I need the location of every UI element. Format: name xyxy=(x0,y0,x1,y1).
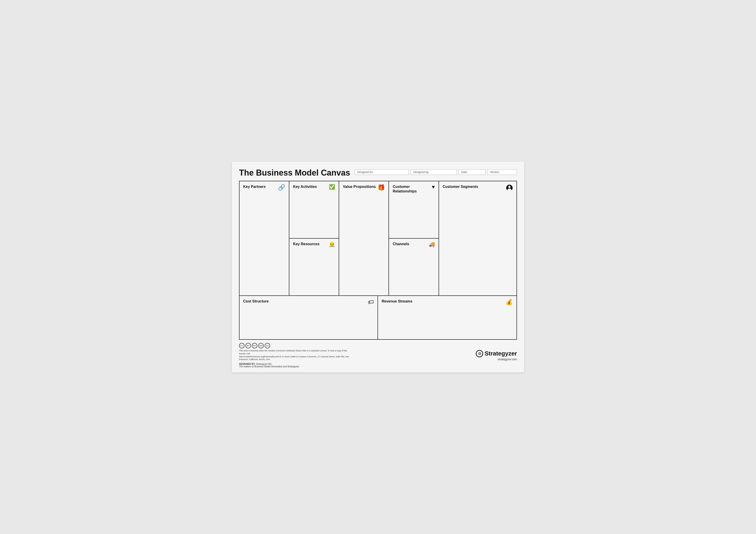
customer-segments-column: Customer Segments xyxy=(439,181,517,295)
channels-cell: Channels 🚚 xyxy=(389,239,438,295)
channels-header: Channels 🚚 xyxy=(392,242,435,247)
customer-relationships-icon: ♥ xyxy=(432,185,435,190)
tagline: The makers of Business Model Generation … xyxy=(239,365,299,368)
customer-relationships-header: Customer Relationships ♥ xyxy=(392,185,435,193)
version-field[interactable]: Version: xyxy=(487,169,517,175)
canvas-main-section: Key Partners 🔗 Key Activities ✅ xyxy=(239,181,517,296)
revenue-streams-header: Revenue Streams 💰 xyxy=(382,299,513,305)
key-partners-column: Key Partners 🔗 xyxy=(239,181,289,295)
strategyzer-url: strategyzer.com xyxy=(476,358,517,361)
page-title: The Business Model Canvas xyxy=(239,168,350,178)
key-activities-header: Key Activities ✅ xyxy=(293,185,335,190)
key-partners-title: Key Partners xyxy=(243,185,266,189)
key-resources-header: Key Resources 👷 xyxy=(293,242,335,247)
strategyzer-brand: Strategyzer xyxy=(484,350,517,357)
revenue-streams-cell: Revenue Streams 💰 xyxy=(378,296,517,339)
strategyzer-logo-icon: ⊙ xyxy=(476,350,483,357)
canvas-bottom-section: Cost Structure 🏷 Revenue Streams 💰 xyxy=(239,296,517,339)
customer-relationships-title: Customer Relationships xyxy=(392,185,432,193)
footer: CC BY NC ND SA This work is licensed und… xyxy=(239,343,517,368)
value-propositions-title: Value Propositions xyxy=(343,185,376,189)
customer-segments-cell: Customer Segments xyxy=(439,181,517,295)
customer-segments-header: Customer Segments xyxy=(443,185,513,192)
key-partners-header: Key Partners 🔗 xyxy=(243,185,285,191)
header: The Business Model Canvas Designed for: … xyxy=(239,168,517,178)
designed-for-field[interactable]: Designed for: xyxy=(355,169,409,175)
value-propositions-column: Value Propositions 🎁 xyxy=(339,181,389,295)
activities-resources-column: Key Activities ✅ Key Resources 👷 xyxy=(289,181,339,295)
value-propositions-icon: 🎁 xyxy=(378,185,385,191)
license-text: This work is licensed under the Creative… xyxy=(239,349,353,361)
page: The Business Model Canvas Designed for: … xyxy=(232,162,524,372)
channels-icon: 🚚 xyxy=(429,242,435,247)
customer-segments-title: Customer Segments xyxy=(443,185,478,189)
key-activities-title: Key Activities xyxy=(293,185,317,189)
key-activities-area: Key Activities ✅ xyxy=(289,181,339,239)
key-resources-icon: 👷 xyxy=(329,242,335,247)
version-label: Version: xyxy=(490,170,500,174)
key-partners-cell: Key Partners 🔗 xyxy=(239,181,289,295)
date-field[interactable]: Date: xyxy=(459,169,486,175)
key-resources-cell: Key Resources 👷 xyxy=(289,239,339,295)
key-activities-cell: Key Activities ✅ xyxy=(289,181,339,238)
revenue-streams-title: Revenue Streams xyxy=(382,299,412,303)
customer-segments-icon xyxy=(506,185,513,192)
header-fields: Designed for: Designed by: Date: Version… xyxy=(355,168,517,175)
key-resources-title: Key Resources xyxy=(293,242,319,246)
channels-title: Channels xyxy=(392,242,409,246)
by-icon: BY xyxy=(245,343,251,348)
revenue-streams-column: Revenue Streams 💰 xyxy=(378,296,517,339)
relationships-channels-column: Customer Relationships ♥ Channels 🚚 xyxy=(389,181,439,295)
footer-right: ⊙ Strategyzer strategyzer.com xyxy=(476,350,517,361)
customer-relationships-area: Customer Relationships ♥ xyxy=(389,181,438,239)
channels-area: Channels 🚚 xyxy=(389,239,438,295)
customer-relationships-cell: Customer Relationships ♥ xyxy=(389,181,438,238)
business-model-canvas: Key Partners 🔗 Key Activities ✅ xyxy=(239,181,517,340)
footer-left: CC BY NC ND SA This work is licensed und… xyxy=(239,343,353,368)
designed-by-label: Designed by: xyxy=(413,170,429,174)
designed-by-field[interactable]: Designed by: xyxy=(411,169,457,175)
nd-icon: ND xyxy=(258,343,264,348)
value-propositions-header: Value Propositions 🎁 xyxy=(343,185,385,191)
key-activities-icon: ✅ xyxy=(329,185,335,190)
footer-license-icons: CC BY NC ND SA xyxy=(239,343,353,348)
key-partners-icon: 🔗 xyxy=(278,185,285,191)
designed-by-footer: DESIGNED BY: Strategyzer AG The makers o… xyxy=(239,363,353,368)
nc-icon: NC xyxy=(252,343,257,348)
sa-icon: SA xyxy=(265,343,270,348)
revenue-streams-icon: 💰 xyxy=(505,299,513,305)
designed-for-label: Designed for: xyxy=(357,170,373,174)
cost-structure-header: Cost Structure 🏷 xyxy=(243,299,374,305)
strategyzer-logo: ⊙ Strategyzer xyxy=(476,350,517,357)
cost-structure-title: Cost Structure xyxy=(243,299,269,303)
date-label: Date: xyxy=(461,170,468,174)
key-resources-area: Key Resources 👷 xyxy=(289,239,339,295)
cc-icon: CC xyxy=(239,343,245,348)
svg-point-1 xyxy=(508,186,511,188)
svg-point-2 xyxy=(507,189,511,191)
cost-structure-icon: 🏷 xyxy=(368,299,374,305)
cost-structure-column: Cost Structure 🏷 xyxy=(239,296,378,339)
cost-structure-cell: Cost Structure 🏷 xyxy=(239,296,378,339)
value-propositions-cell: Value Propositions 🎁 xyxy=(339,181,389,295)
